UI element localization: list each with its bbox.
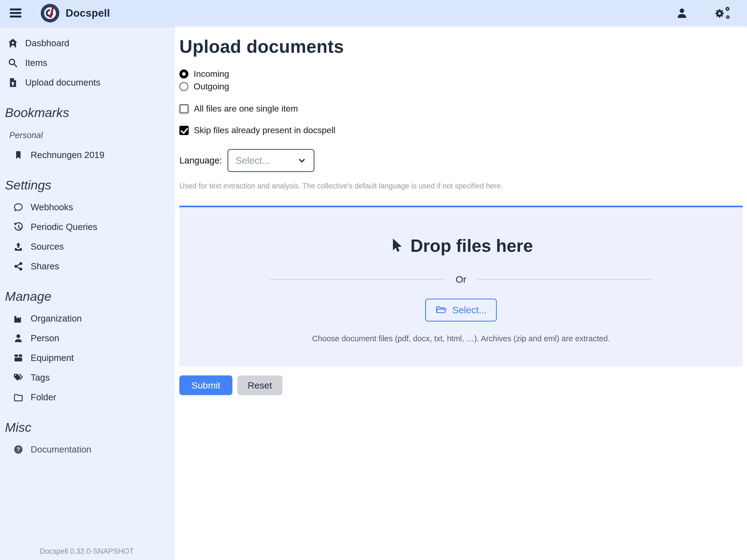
question-circle-icon: ? xyxy=(13,444,24,455)
checkbox-single-item[interactable]: All files are one single item xyxy=(179,104,743,114)
svg-text:?: ? xyxy=(17,446,20,453)
sidebar-item-label: Person xyxy=(31,333,59,343)
file-dropzone[interactable]: Drop files here Or Select... Choose docu… xyxy=(179,206,743,367)
divider-line xyxy=(270,279,445,280)
checkbox-single-item-input[interactable] xyxy=(179,104,189,113)
language-hint: Used for text extraction and analysis. T… xyxy=(179,182,743,190)
language-row: Language: Select... xyxy=(179,149,743,172)
sidebar-item-documentation[interactable]: ? Documentation xyxy=(0,440,175,459)
box-icon xyxy=(13,353,24,363)
dropzone-title-row: Drop files here xyxy=(389,236,533,256)
top-actions xyxy=(676,6,738,21)
sidebar-item-equipment[interactable]: Equipment xyxy=(0,348,175,368)
upload-icon xyxy=(13,241,24,252)
sidebar-item-label: Items xyxy=(25,58,47,68)
sidebar-item-label: Documentation xyxy=(31,444,91,455)
sidebar-item-label: Rechnungen 2019 xyxy=(31,150,104,160)
sidebar-item-organization[interactable]: Organization xyxy=(0,309,175,328)
section-title: Settings xyxy=(5,177,175,193)
radio-outgoing-input[interactable] xyxy=(179,82,188,91)
radio-outgoing-label: Outgoing xyxy=(194,81,229,92)
divider-line xyxy=(477,279,652,280)
language-select[interactable]: Select... xyxy=(228,149,314,172)
history-icon xyxy=(13,222,24,232)
language-select-value: Select... xyxy=(235,155,270,166)
sidebar-item-person[interactable]: Person xyxy=(0,328,175,348)
sidebar-item-dashboard[interactable]: Dasbhoard xyxy=(0,33,175,53)
select-files-button[interactable]: Select... xyxy=(425,299,497,322)
tags-icon xyxy=(13,373,24,383)
sidebar-item-shares[interactable]: Shares xyxy=(0,256,175,276)
app-logo[interactable]: Docspell xyxy=(40,3,110,23)
sidebar-item-folder[interactable]: Folder xyxy=(0,387,175,407)
sidebar-item-label: Upload documents xyxy=(25,77,100,88)
bookmarks-group-label: Personal xyxy=(9,130,175,140)
page-title: Upload documents xyxy=(179,36,743,57)
checkbox-skip-duplicates-label: Skip files already present in docspell xyxy=(194,125,335,135)
chevron-down-icon xyxy=(297,156,307,165)
checkbox-single-item-label: All files are one single item xyxy=(194,104,298,114)
user-account-icon[interactable] xyxy=(676,8,687,19)
sidebar-item-sources[interactable]: Sources xyxy=(0,237,175,256)
sidebar-item-label: Tags xyxy=(31,373,50,383)
checkbox-skip-duplicates-input[interactable] xyxy=(179,126,189,135)
radio-incoming-label: Incoming xyxy=(194,69,229,79)
sidebar-item-bookmark[interactable]: Rechnungen 2019 xyxy=(0,145,175,165)
sidebar-section-settings: Settings Webhooks Periodic xyxy=(0,177,175,276)
sidebar-nav: Dasbhoard Items Upload documents xyxy=(0,26,175,93)
checkbox-skip-duplicates[interactable]: Skip files already present in docspell xyxy=(179,125,743,135)
dropzone-hint: Choose document files (pdf, docx, txt, h… xyxy=(185,334,737,343)
sidebar: Dasbhoard Items Upload documents xyxy=(0,26,175,560)
mouse-pointer-icon xyxy=(389,238,403,253)
folder-open-icon xyxy=(435,305,447,315)
docspell-logo-icon xyxy=(40,3,60,23)
sidebar-item-label: Periodic Queries xyxy=(31,222,97,232)
radio-incoming[interactable]: Incoming xyxy=(179,69,743,79)
folder-icon xyxy=(13,392,24,403)
select-files-label: Select... xyxy=(452,305,487,315)
sidebar-section-manage: Manage Organization Person xyxy=(0,289,175,407)
sidebar-item-webhooks[interactable]: Webhooks xyxy=(0,198,175,217)
or-divider: Or xyxy=(185,274,737,285)
sidebar-item-upload-documents[interactable]: Upload documents xyxy=(0,73,175,93)
or-label: Or xyxy=(456,274,466,285)
sidebar-item-periodic-queries[interactable]: Periodic Queries xyxy=(0,217,175,237)
main-content: Upload documents Incoming Outgoing All f… xyxy=(175,26,747,560)
bookmark-icon xyxy=(13,150,24,160)
sidebar-item-label: Dasbhoard xyxy=(25,38,69,48)
sidebar-item-label: Folder xyxy=(31,392,56,403)
language-label: Language: xyxy=(179,155,222,166)
radio-incoming-input[interactable] xyxy=(179,70,188,78)
home-icon xyxy=(8,38,18,48)
comment-icon xyxy=(13,202,24,212)
dropzone-title: Drop files here xyxy=(410,236,533,256)
share-nodes-icon xyxy=(13,261,24,272)
submit-button[interactable]: Submit xyxy=(179,376,232,395)
radio-outgoing[interactable]: Outgoing xyxy=(179,81,743,92)
gears-settings-icon[interactable] xyxy=(714,6,730,21)
top-bar: Docspell xyxy=(0,0,747,26)
search-icon xyxy=(8,58,18,68)
section-title: Misc xyxy=(5,420,175,435)
sidebar-item-label: Sources xyxy=(31,241,64,252)
app-version: Docspell 0.32.0-SNAPSHOT xyxy=(40,547,134,556)
sidebar-item-tags[interactable]: Tags xyxy=(0,368,175,387)
sidebar-item-label: Webhooks xyxy=(31,202,73,212)
reset-button[interactable]: Reset xyxy=(237,376,282,395)
person-icon xyxy=(13,333,24,343)
section-title: Bookmarks xyxy=(5,105,175,120)
sidebar-section-misc: Misc ? Documentation xyxy=(0,420,175,459)
sidebar-item-items[interactable]: Items xyxy=(0,53,175,73)
file-upload-icon xyxy=(8,77,18,88)
sidebar-item-label: Shares xyxy=(31,261,59,272)
sidebar-section-bookmarks: Bookmarks Personal Rechnungen 2019 xyxy=(0,105,175,165)
app-title: Docspell xyxy=(66,7,110,19)
industry-icon xyxy=(13,313,24,324)
sidebar-item-label: Organization xyxy=(31,313,82,324)
hamburger-menu-icon[interactable] xyxy=(9,8,22,19)
form-actions: Submit Reset xyxy=(179,376,743,395)
section-title: Manage xyxy=(5,289,175,304)
sidebar-item-label: Equipment xyxy=(31,353,74,363)
